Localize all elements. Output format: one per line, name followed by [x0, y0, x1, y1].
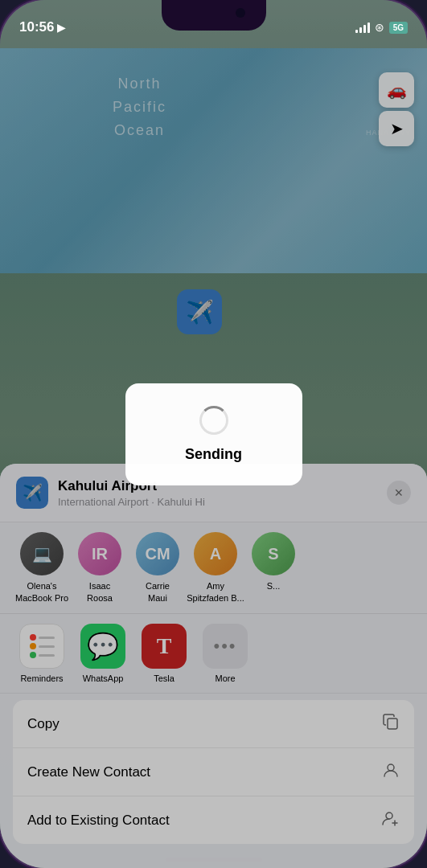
loading-spinner	[199, 406, 228, 435]
status-time: 10:56 ▶	[19, 19, 65, 35]
status-icons: ⊛ 5G	[355, 21, 408, 34]
sending-overlay: Sending	[0, 0, 427, 868]
sending-modal: Sending	[125, 383, 302, 485]
notch	[162, 0, 266, 31]
sending-text: Sending	[185, 446, 242, 463]
signal-icon	[355, 22, 370, 33]
front-camera	[236, 8, 245, 18]
wifi-icon: ⊛	[375, 21, 384, 34]
phone-frame: North Pacific Ocean HANA HWY 10:56 ▶ ⊛ 5…	[0, 0, 427, 868]
battery-badge: 5G	[389, 22, 408, 34]
